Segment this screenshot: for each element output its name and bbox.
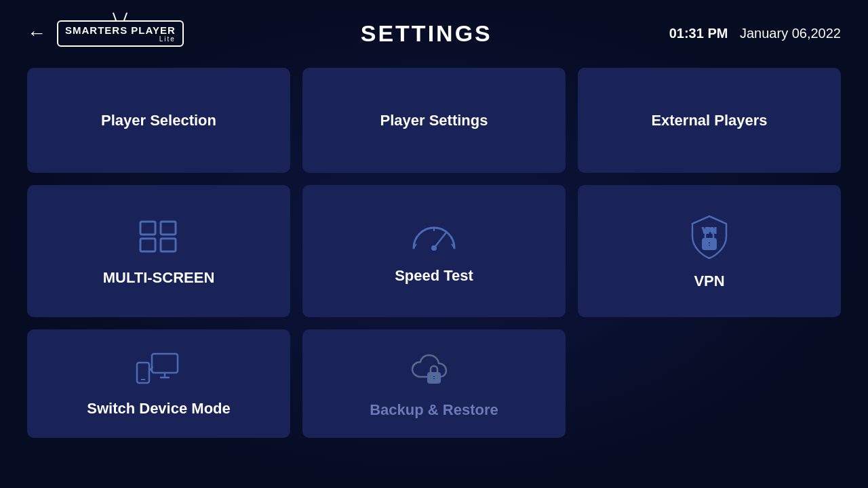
current-date: January 06,2022 xyxy=(740,26,841,41)
multi-screen-tile[interactable]: MULTI-SCREEN xyxy=(27,185,290,317)
external-players-tile[interactable]: External Players xyxy=(578,68,841,173)
vpn-icon: VPN xyxy=(686,213,733,260)
svg-rect-2 xyxy=(140,239,155,251)
external-players-label: External Players xyxy=(644,112,774,129)
svg-point-8 xyxy=(432,246,436,250)
back-button[interactable]: ← xyxy=(27,24,46,43)
player-selection-tile[interactable]: Player Selection xyxy=(27,68,290,173)
svg-rect-3 xyxy=(161,239,176,251)
speedtest-icon xyxy=(407,218,461,255)
switch-device-mode-tile[interactable]: Switch Device Mode xyxy=(27,329,290,438)
multi-screen-label: MULTI-SCREEN xyxy=(96,269,222,287)
settings-grid: Player Selection Player Settings Externa… xyxy=(0,61,868,445)
header: ← SMARTERS PLAYER Lite SETTINGS 01:31 PM… xyxy=(0,0,868,61)
svg-line-7 xyxy=(434,232,446,248)
backup-restore-label: Backup & Restore xyxy=(363,401,505,419)
logo-lite: Lite xyxy=(159,35,176,43)
vpn-label: VPN xyxy=(687,272,731,290)
antenna-right xyxy=(123,12,127,20)
player-settings-label: Player Settings xyxy=(374,112,495,129)
antenna-left xyxy=(113,12,117,20)
logo: SMARTERS PLAYER Lite xyxy=(57,20,184,47)
switch-device-mode-label: Switch Device Mode xyxy=(80,400,237,418)
vpn-tile[interactable]: VPN VPN xyxy=(578,185,841,317)
page-title: SETTINGS xyxy=(184,20,669,47)
switchdevice-icon xyxy=(132,350,186,388)
backup-restore-tile[interactable]: Backup & Restore xyxy=(302,329,566,438)
player-selection-label: Player Selection xyxy=(94,112,223,129)
svg-rect-1 xyxy=(161,222,176,235)
player-settings-tile[interactable]: Player Settings xyxy=(302,68,566,173)
datetime: 01:31 PM January 06,2022 xyxy=(669,26,841,41)
backup-icon xyxy=(407,348,461,389)
header-left: ← SMARTERS PLAYER Lite xyxy=(27,20,184,47)
svg-rect-13 xyxy=(152,354,178,373)
multiscreen-icon xyxy=(135,216,182,257)
svg-rect-12 xyxy=(709,244,711,247)
speed-test-tile[interactable]: Speed Test xyxy=(302,185,566,317)
svg-rect-0 xyxy=(140,222,155,235)
current-time: 01:31 PM xyxy=(669,26,728,41)
speed-test-label: Speed Test xyxy=(388,267,480,285)
svg-rect-20 xyxy=(433,378,435,380)
